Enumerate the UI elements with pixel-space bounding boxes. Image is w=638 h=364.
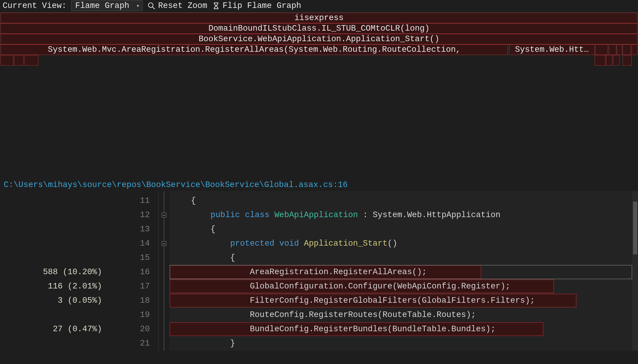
code-line[interactable]: { (170, 222, 638, 236)
reset-zoom-button[interactable]: Reset Zoom (147, 1, 207, 10)
metric-value (0, 194, 106, 208)
line-number: 18 (106, 293, 153, 308)
flame-cell[interactable]: System.Web.Htt… (509, 44, 595, 55)
code-pane: 588 (10.20%)116 (2.01%)3 (0.05%)27 (0.47… (0, 191, 638, 351)
metric-value (0, 208, 106, 222)
reset-zoom-label: Reset Zoom (158, 1, 207, 10)
line-number: 13 (106, 222, 153, 236)
flame-toolbar: Current View: Flame Graph ▾ Reset Zoom F… (0, 0, 638, 13)
line-number: 15 (106, 251, 153, 265)
flame-cell[interactable]: BookService.WebApiApplication.Applicatio… (1, 34, 637, 44)
flame-cell[interactable]: DomainBoundILStubClass.IL_STUB_COMtoCLR(… (1, 23, 637, 34)
metric-value: 3 (0.05%) (0, 293, 106, 308)
flame-cell[interactable] (632, 44, 637, 55)
flame-cell[interactable] (623, 55, 632, 66)
code-line[interactable]: GlobalConfiguration.Configure(WebApiConf… (170, 279, 638, 293)
fold-toggle-icon[interactable] (162, 241, 166, 246)
metric-value: 27 (0.47%) (0, 322, 106, 336)
hourglass-icon (212, 2, 220, 10)
code-line[interactable]: AreaRegistration.RegisterAllAreas(); (170, 265, 638, 279)
line-number: 11 (106, 194, 153, 208)
fold-gutter (159, 191, 170, 351)
metric-value: 116 (2.01%) (0, 279, 106, 293)
search-icon (147, 2, 155, 10)
metric-value: 588 (10.20%) (0, 265, 106, 279)
metric-value (0, 222, 106, 236)
current-view-label: Current View: (3, 1, 67, 10)
line-number: 19 (106, 308, 153, 322)
line-number: 16 (106, 265, 153, 279)
flame-graph[interactable]: iisexpressDomainBoundILStubClass.IL_STUB… (0, 13, 638, 179)
code-line[interactable]: { (170, 251, 638, 265)
flip-flame-button[interactable]: Flip Flame Graph (212, 1, 301, 10)
flame-cell[interactable] (606, 55, 612, 66)
view-select-wrap: Flame Graph ▾ (71, 1, 143, 10)
line-number: 20 (106, 322, 153, 336)
flame-cell[interactable] (623, 44, 631, 55)
code-line[interactable]: } (170, 336, 638, 351)
file-path-bar: C:\Users\mihays\source\repos\BookService… (0, 179, 638, 191)
view-select[interactable]: Flame Graph (71, 0, 143, 11)
code-line[interactable]: { (170, 194, 638, 208)
code-line[interactable]: public class WebApiApplication : System.… (170, 208, 638, 222)
flame-cell[interactable] (613, 55, 620, 66)
code-line[interactable]: FilterConfig.RegisterGlobalFilters(Globa… (170, 293, 638, 308)
flame-cell[interactable] (595, 44, 608, 55)
metric-value (0, 236, 106, 251)
line-number: 17 (106, 279, 153, 293)
flame-cell[interactable] (14, 55, 24, 66)
metric-value (0, 308, 106, 322)
svg-point-0 (148, 3, 153, 7)
code-editor[interactable]: { public class WebApiApplication : Syste… (170, 191, 638, 351)
line-number-gutter: 1112131415161718192021 (106, 191, 159, 351)
flame-cell[interactable]: System.Web.Mvc.AreaRegistration.Register… (1, 44, 508, 55)
line-number: 14 (106, 236, 153, 251)
metric-value (0, 251, 106, 265)
flame-cell[interactable] (24, 55, 38, 66)
line-number: 12 (106, 208, 153, 222)
line-number: 21 (106, 336, 153, 351)
metrics-column: 588 (10.20%)116 (2.01%)3 (0.05%)27 (0.47… (0, 191, 106, 351)
flame-cell[interactable] (617, 44, 622, 55)
code-line[interactable]: RouteConfig.RegisterRoutes(RouteTable.Ro… (170, 308, 638, 322)
flip-flame-label: Flip Flame Graph (223, 1, 301, 10)
flame-cell[interactable] (1, 55, 13, 66)
flame-cell[interactable]: iisexpress (1, 13, 637, 23)
code-line[interactable]: BundleConfig.RegisterBundles(BundleTable… (170, 322, 638, 336)
flame-cell[interactable] (595, 55, 606, 66)
flame-cell[interactable] (609, 44, 616, 55)
code-line[interactable]: protected void Application_Start() (170, 236, 638, 251)
metric-value (0, 336, 106, 351)
svg-line-1 (152, 7, 155, 9)
fold-toggle-icon[interactable] (162, 213, 166, 217)
